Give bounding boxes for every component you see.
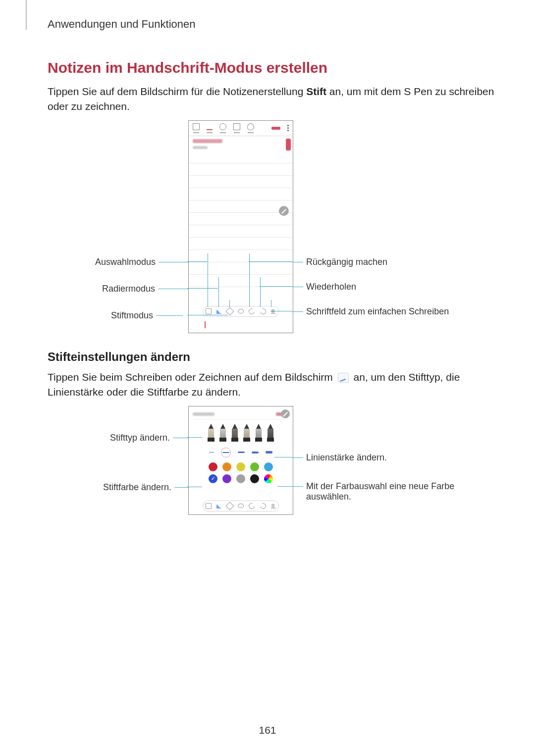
callout-undo: Rückgängig machen	[306, 257, 387, 267]
p-undo-icon	[248, 502, 256, 510]
callout-select-mode: Auswahlmodus	[95, 257, 156, 267]
swatch-yellow	[236, 462, 245, 471]
thickness-3	[238, 452, 245, 453]
panel-title-blur	[193, 412, 214, 416]
swatch-lightblue	[264, 462, 273, 471]
color-row-2: ✓	[189, 474, 293, 487]
p-erase-icon	[225, 502, 234, 510]
nib-marker	[231, 424, 238, 442]
panel-fab-icon	[281, 409, 290, 418]
callout-erase-mode: Radiermodus	[102, 284, 155, 294]
floating-action-pen-icon	[279, 206, 289, 216]
swatch-color-picker	[264, 474, 273, 483]
thickness-4	[252, 452, 259, 454]
intro-paragraph: Tippen Sie auf dem Bildschirm für die No…	[48, 84, 495, 114]
thickness-row	[189, 446, 293, 462]
redo-icon	[259, 307, 267, 315]
p2-a: Tippen Sie beim Schreiben oder Zeichnen …	[48, 371, 336, 383]
callout-textfield: Schriftfeld zum einfachen Schreiben	[306, 306, 449, 317]
breadcrumb: Anwendungen und Funktionen	[48, 18, 495, 31]
pen-settings-paragraph: Tippen Sie beim Schreiben oder Zeichnen …	[48, 370, 495, 400]
blurred-subtitle	[193, 146, 208, 149]
inline-pen-icon	[338, 373, 349, 383]
callout-color-picker: Mit der Farbauswahl eine neue Farbe ausw…	[306, 481, 465, 502]
toolbar-brush-icon	[219, 123, 226, 130]
nib-pencil	[255, 424, 262, 442]
swatch-blue-selected: ✓	[209, 474, 217, 483]
eraser-tool-icon	[225, 307, 234, 315]
nib-brush	[243, 424, 250, 442]
nib-fountain	[208, 424, 214, 442]
p-redo-icon	[259, 502, 267, 510]
color-row-1	[189, 462, 293, 474]
callout-pen-mode: Stiftmodus	[111, 310, 153, 321]
callout-thickness: Linienstärke ändern.	[306, 453, 387, 463]
nib-highlighter	[267, 424, 274, 442]
page-number: 161	[0, 724, 535, 736]
blurred-title	[193, 139, 222, 143]
toolbar-keyboard-icon	[193, 123, 200, 130]
text-cursor	[205, 321, 206, 328]
ruled-paper	[189, 151, 293, 290]
cloud-tool-icon	[238, 309, 244, 313]
bookmark-tab	[286, 139, 291, 151]
phone-mock	[188, 120, 293, 333]
toolbar-more-icon	[287, 125, 289, 131]
swatch-gray	[236, 474, 245, 483]
intro-bold: Stift	[306, 86, 326, 97]
select-tool-icon	[206, 308, 212, 314]
thickness-2-selected	[221, 448, 231, 457]
figure-handwriting-screen: Auswahlmodus Radiermodus Stiftmodus	[49, 120, 494, 338]
callout-redo: Wiederholen	[306, 282, 356, 292]
panel-bottom-toolbar	[203, 501, 279, 511]
figure-pen-settings: Stifttyp ändern. Stiftfarbe ändern.	[49, 406, 494, 525]
pen-tool-icon	[216, 308, 221, 314]
section-title: Notizen im Handschrift-Modus erstellen	[48, 59, 495, 76]
swatch-black	[250, 474, 259, 483]
swatch-orange	[222, 462, 231, 471]
textfield-icon	[271, 308, 276, 314]
swatch-green	[250, 462, 259, 471]
toolbar-pen-icon	[207, 123, 213, 130]
intro-a: Tippen Sie auf dem Bildschirm für die No…	[48, 86, 306, 97]
p-pen-icon	[216, 503, 221, 508]
p-cloud-icon	[238, 504, 244, 508]
p-text-icon	[271, 503, 276, 508]
toolbar-image-icon	[233, 123, 240, 130]
thickness-5	[266, 451, 272, 454]
callout-pen-color: Stiftfarbe ändern.	[103, 482, 171, 493]
toolbar-save-icon	[271, 127, 280, 130]
pen-settings-panel: ✓	[188, 406, 293, 515]
nib-calligraphy	[219, 424, 226, 442]
pen-type-row	[189, 422, 293, 446]
toolbar-mic-icon	[247, 123, 254, 130]
p-select-icon	[206, 503, 212, 509]
subsection-title: Stifteinstellungen ändern	[48, 350, 495, 364]
undo-icon	[248, 307, 256, 315]
callout-pen-type: Stifttyp ändern.	[110, 433, 170, 443]
thickness-1	[209, 452, 214, 453]
phone-toolbar	[189, 121, 293, 136]
swatch-red	[209, 462, 217, 471]
swatch-purple	[222, 474, 231, 483]
